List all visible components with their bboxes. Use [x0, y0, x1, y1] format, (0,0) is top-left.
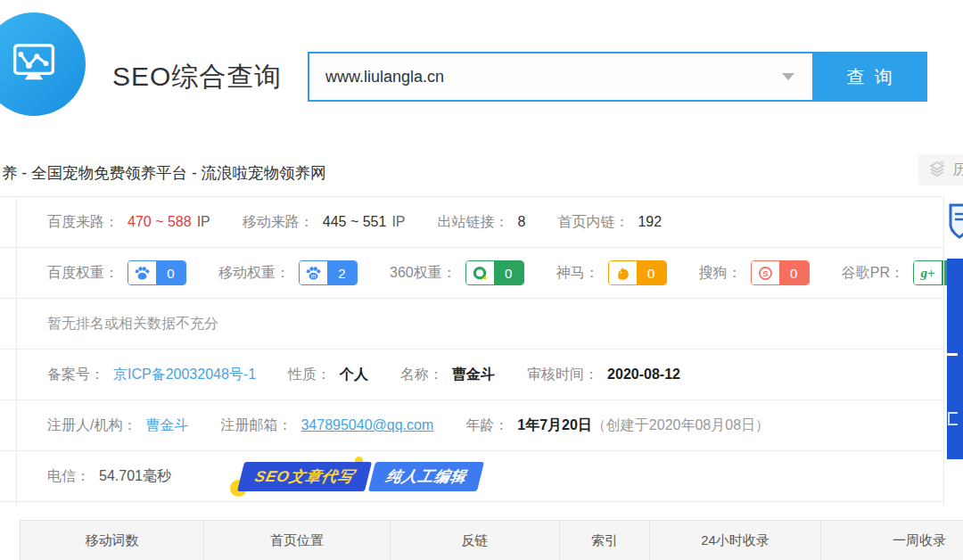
360-ring-icon: [466, 261, 494, 284]
field-value: 曹金斗: [452, 366, 495, 384]
tab-backlinks[interactable]: 反链: [391, 521, 560, 560]
app-logo: [0, 12, 86, 116]
weight-score: 0: [156, 261, 185, 284]
baidu-mobile-paw-icon: m: [300, 261, 327, 284]
field-label: 百度来路：: [47, 213, 119, 232]
icp-nature: 性质： 个人: [288, 366, 368, 384]
tab-homepage-position[interactable]: 首页位置: [204, 521, 391, 560]
layers-icon: [927, 159, 947, 182]
field-label: 出站链接：: [438, 213, 509, 232]
table-row-notice: 暂无排名或相关数据不充分: [0, 299, 943, 350]
field-value: 470 ~ 588: [128, 214, 192, 230]
sogou-weight: 搜狗： S 0: [699, 260, 810, 285]
email-link[interactable]: 347895040@qq.com: [300, 417, 433, 433]
table-row-traffic: 百度来路： 470 ~ 588 IP 移动来路： 445 ~ 551 IP 出站…: [0, 197, 943, 248]
field-value: 192: [638, 214, 662, 230]
mobile-traffic: 移动来路： 445 ~ 551 IP: [243, 213, 406, 232]
search-input[interactable]: [309, 68, 782, 86]
field-label: 神马：: [556, 264, 599, 283]
icp-number: 备案号： 京ICP备20032048号-1: [47, 366, 256, 384]
icp-review-date: 审核时间： 2020-08-12: [527, 366, 680, 384]
baidu-paw-icon: [128, 261, 156, 284]
field-label: 移动来路：: [243, 213, 314, 232]
svg-text:S: S: [762, 268, 769, 278]
registrant-link[interactable]: 曹金斗: [145, 416, 188, 435]
history-button[interactable]: 历: [918, 154, 963, 185]
field-label: 性质：: [288, 366, 331, 384]
field-label: 搜狗：: [699, 264, 742, 283]
google-pr: 谷歌PR： g+ 0: [842, 260, 963, 285]
search-box: [308, 52, 814, 102]
baidu-mobile-weight: 移动权重： m 2: [218, 260, 358, 285]
shenma-horse-icon: [609, 261, 637, 284]
tab-24h-inclusion[interactable]: 24小时收录: [650, 521, 821, 560]
field-label: 审核时间：: [527, 366, 598, 384]
baidu-traffic: 百度来路： 470 ~ 588 IP: [47, 213, 210, 232]
field-label: 备案号：: [47, 366, 104, 384]
field-label: 移动权重：: [218, 264, 290, 283]
field-label: 百度权重：: [47, 264, 119, 283]
homepage-internal-links: 首页内链： 192: [557, 213, 662, 232]
field-label: 谷歌PR：: [842, 264, 904, 283]
baidu-weight: 百度权重： 0: [47, 260, 186, 285]
unit-label: IP: [197, 214, 210, 230]
weight-score: 2: [327, 261, 357, 284]
banner-dash-decoration: [947, 353, 958, 356]
field-value: 445 ~ 551: [323, 214, 387, 230]
sogou-s-icon: S: [752, 261, 779, 284]
weight-score: 0: [494, 261, 523, 284]
360-weight-badge[interactable]: 0: [465, 260, 524, 285]
field-label: 注册邮箱：: [220, 416, 292, 435]
icp-number-link[interactable]: 京ICP备20032048号-1: [113, 366, 256, 384]
registrant: 注册人/机构： 曹金斗: [47, 416, 188, 435]
shenma-weight: 神马： 0: [556, 260, 667, 285]
ad-text-right: 纯人工编辑: [368, 462, 484, 491]
tab-week-inclusion[interactable]: 一周收录: [821, 521, 963, 560]
shenma-weight-badge[interactable]: 0: [608, 260, 667, 285]
table-left-border: [16, 196, 17, 506]
field-label: 360权重：: [390, 264, 457, 283]
field-label: 首页内链：: [557, 213, 629, 232]
field-value: 8: [518, 214, 526, 230]
icp-name: 名称： 曹金斗: [400, 366, 495, 384]
table-row-weights: 百度权重： 0 移动权重：: [0, 248, 943, 299]
table-row-icp: 备案号： 京ICP备20032048号-1 性质： 个人 名称： 曹金斗 审核时…: [0, 350, 943, 400]
banner-glyph-decoration: [948, 412, 958, 425]
360-weight: 360权重： 0: [390, 260, 524, 285]
domain-age: 年龄： 1年7月20日 （创建于2020年08月08日）: [465, 416, 770, 435]
no-rank-notice: 暂无排名或相关数据不充分: [47, 315, 218, 334]
tab-index[interactable]: 索引: [560, 521, 650, 560]
baidu-mobile-weight-badge[interactable]: m 2: [299, 260, 358, 285]
field-label: 年龄：: [465, 416, 508, 435]
field-label: 电信：: [47, 467, 90, 486]
ad-text-left: SEO文章代写: [237, 462, 372, 491]
field-value: 2020-08-12: [607, 366, 680, 383]
chevron-down-icon[interactable]: [782, 73, 794, 80]
svg-text:m: m: [311, 273, 317, 279]
page-title: SEO综合查询: [112, 59, 282, 95]
registration-email: 注册邮箱： 347895040@qq.com: [220, 416, 433, 435]
monitor-line-chart-icon: [2, 30, 66, 98]
table-row-registration: 注册人/机构： 曹金斗 注册邮箱： 347895040@qq.com 年龄： 1…: [0, 400, 943, 451]
tab-mobile-keywords[interactable]: 移动词数: [21, 521, 204, 560]
telecom-speed: 电信： 54.701毫秒: [47, 467, 171, 486]
field-value: 54.701毫秒: [99, 467, 171, 486]
side-ad-banner[interactable]: [947, 259, 963, 459]
google-plus-icon: g+: [914, 261, 942, 284]
shield-icon: [947, 202, 963, 244]
table-row-speed: 电信： 54.701毫秒 SEO文章代写 纯人工编辑: [0, 451, 943, 502]
created-note: （创建于2020年08月08日）: [592, 416, 770, 435]
query-button[interactable]: 查 询: [814, 52, 927, 102]
unit-label: IP: [391, 214, 405, 230]
outbound-links: 出站链接： 8: [438, 213, 526, 232]
queried-site-title: 养 - 全国宠物免费领养平台 - 流浪啦宠物领养网: [2, 162, 326, 184]
history-button-label: 历: [953, 161, 963, 178]
seo-overview-table: 百度来路： 470 ~ 588 IP 移动来路： 445 ~ 551 IP 出站…: [0, 196, 943, 502]
baidu-weight-badge[interactable]: 0: [128, 260, 186, 285]
bottom-stats-header: 移动词数 首页位置 反链 索引 24小时收录 一周收录: [20, 520, 963, 560]
table-right-border: [943, 196, 944, 506]
seo-article-ad-banner[interactable]: SEO文章代写 纯人工编辑: [241, 462, 481, 491]
field-value: 1年7月20日: [517, 416, 592, 435]
field-label: 名称：: [400, 366, 443, 384]
sogou-weight-badge[interactable]: S 0: [751, 260, 810, 285]
